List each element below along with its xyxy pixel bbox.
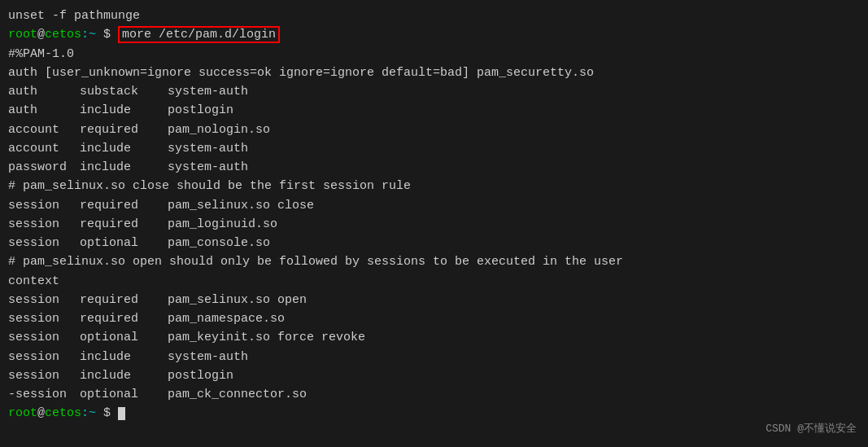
line-session-include-postlogin: sessionincludepostlogin bbox=[8, 366, 860, 385]
line-session-console: sessionoptionalpam_console.so bbox=[8, 234, 860, 252]
line-pam-version: #%PAM-1.0 bbox=[8, 45, 860, 64]
line-unset: unset -f pathmunge bbox=[8, 7, 860, 25]
line-session-include-sysauth: sessionincludesystem-auth bbox=[8, 348, 860, 366]
prompt-user: root bbox=[8, 28, 37, 42]
line-auth-bracket: auth [user_unknown=ignore success=ok ign… bbox=[8, 64, 860, 82]
line-comment-close: # pam_selinux.so close should be the fir… bbox=[8, 177, 860, 195]
terminal-cursor bbox=[118, 407, 125, 420]
line-session-selinux-open: sessionrequiredpam_selinux.so open bbox=[8, 291, 860, 309]
line-neg-session-optional: -sessionoptionalpam_ck_connector.so bbox=[8, 385, 860, 404]
final-prompt-host: cetos bbox=[45, 406, 81, 420]
final-prompt-path: :~ bbox=[81, 406, 96, 420]
line-auth-substack: authsubstacksystem-auth bbox=[8, 82, 860, 101]
prompt-host: cetos bbox=[45, 28, 81, 42]
line-session-selinux-close: sessionrequiredpam_selinux.so close bbox=[8, 196, 860, 215]
line-context: context bbox=[8, 272, 860, 291]
command-highlight: more /etc/pam.d/login bbox=[118, 26, 280, 43]
line-session-loginuid: sessionrequiredpam_loginuid.so bbox=[8, 215, 860, 234]
line-comment-open: # pam_selinux.so open should only be fol… bbox=[8, 252, 860, 271]
line-session-namespace: sessionrequiredpam_namespace.so bbox=[8, 309, 860, 328]
prompt-path: :~ bbox=[81, 28, 96, 42]
line-account-required: accountrequiredpam_nologin.so bbox=[8, 121, 860, 139]
watermark: CSDN @不懂说安全 bbox=[765, 421, 857, 436]
line-auth-include: authincludepostlogin bbox=[8, 101, 860, 120]
line-account-include: accountincludesystem-auth bbox=[8, 139, 860, 158]
line-password-include: passwordincludesystem-auth bbox=[8, 158, 860, 177]
terminal: unset -f pathmunge root@cetos:~ $ more /… bbox=[0, 0, 868, 447]
line-final-prompt: root@cetos:~ $ bbox=[8, 404, 860, 423]
final-prompt-user: root bbox=[8, 406, 37, 420]
line-prompt-cmd: root@cetos:~ $ more /etc/pam.d/login bbox=[8, 25, 860, 44]
line-session-keyinit: sessionoptionalpam_keyinit.so force revo… bbox=[8, 328, 860, 347]
